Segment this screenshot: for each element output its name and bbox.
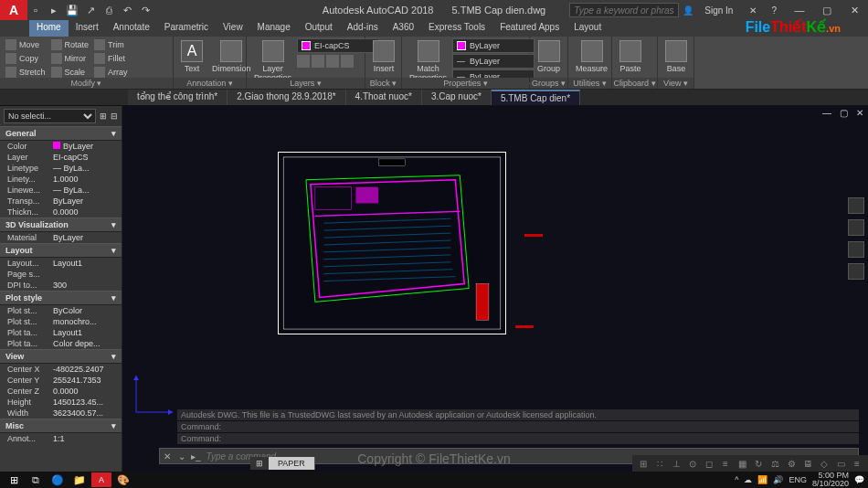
qat-save-icon[interactable]: 💾 xyxy=(66,4,79,16)
layer-ico2[interactable] xyxy=(312,55,324,68)
sb-ws-icon[interactable]: ⚙ xyxy=(784,457,799,470)
mirror-button[interactable]: Mirror xyxy=(49,52,91,65)
sb-custom-icon[interactable]: ≡ xyxy=(850,457,864,470)
panel-view-label[interactable]: View ▾ xyxy=(658,78,693,89)
lineweight-dropdown[interactable]: —ByLayer xyxy=(452,54,535,69)
props-section-general[interactable]: General ▾ xyxy=(0,126,122,141)
selection-dropdown[interactable]: No selecti... xyxy=(4,109,96,123)
navbar-wheel-icon[interactable] xyxy=(848,197,864,214)
panel-block-label[interactable]: Block ▾ xyxy=(365,78,401,89)
menutab-a360[interactable]: A360 xyxy=(386,20,421,37)
prop-row[interactable]: ColorByLayer xyxy=(0,141,122,152)
prop-row[interactable]: Annot...1:1 xyxy=(0,433,122,444)
qat-redo-icon[interactable]: ↷ xyxy=(139,4,152,16)
filetab-1[interactable]: 2.Giao thong 28.9.2018* xyxy=(228,90,345,105)
qat-undo-icon[interactable]: ↶ xyxy=(121,4,133,16)
signin-button[interactable]: Sign In xyxy=(697,5,740,16)
help-search-input[interactable] xyxy=(569,3,679,17)
app-icon[interactable]: 🎨 xyxy=(113,472,133,487)
qat-new-icon[interactable]: ▫ xyxy=(29,4,42,16)
menutab-view[interactable]: View xyxy=(216,20,250,37)
navbar-pan-icon[interactable] xyxy=(848,219,864,236)
qat-open-icon[interactable]: ▸ xyxy=(48,4,60,16)
paper-viewport[interactable] xyxy=(278,152,506,334)
panel-properties-label[interactable]: Properties ▾ xyxy=(402,78,529,89)
prop-row[interactable]: Plot st...monochro... xyxy=(0,316,122,327)
menutab-home[interactable]: Home xyxy=(29,20,69,37)
prop-row[interactable]: Height1450123.45... xyxy=(0,397,122,408)
menutab-featured-apps[interactable]: Featured Apps xyxy=(492,20,566,37)
tray-lang[interactable]: ENG xyxy=(789,475,807,484)
menutab-add-ins[interactable]: Add-ins xyxy=(340,20,386,37)
fillet-button[interactable]: Fillet xyxy=(92,52,130,65)
prop-row[interactable]: Page s... xyxy=(0,269,122,280)
prop-row[interactable]: Layout...Layout1 xyxy=(0,258,122,269)
tray-date[interactable]: 8/10/2020 xyxy=(812,480,849,488)
props-section-view[interactable]: View ▾ xyxy=(0,349,122,364)
menutab-insert[interactable]: Insert xyxy=(69,20,106,37)
group-button[interactable]: Group xyxy=(534,38,564,75)
color-dropdown[interactable]: ByLayer xyxy=(452,38,535,53)
tray-notif-icon[interactable]: 💬 xyxy=(854,475,864,484)
sb-transp-icon[interactable]: ▦ xyxy=(735,457,749,470)
qat-plot-icon[interactable]: ⎙ xyxy=(102,4,115,16)
prop-row[interactable]: Linety...1.0000 xyxy=(0,174,122,185)
layer-ico4[interactable] xyxy=(341,55,354,68)
drawing-canvas[interactable]: — ▢ ✕ xyxy=(122,106,868,472)
explorer-icon[interactable]: 📁 xyxy=(69,472,90,487)
stretch-button[interactable]: Stretch xyxy=(4,66,48,79)
start-button[interactable]: ⊞ xyxy=(4,472,24,487)
autocad-taskbar-icon[interactable]: A xyxy=(91,472,111,487)
base-button[interactable]: Base xyxy=(662,38,691,75)
paste-button[interactable]: Paste xyxy=(616,38,645,75)
prop-row[interactable]: Plot st...ByColor xyxy=(0,305,122,316)
props-section-misc[interactable]: Misc ▾ xyxy=(0,419,122,433)
exchange-icon[interactable]: ✕ xyxy=(744,5,762,16)
menutab-output[interactable]: Output xyxy=(298,20,340,37)
prop-row[interactable]: Thickn...0.0000 xyxy=(0,207,122,217)
menutab-annotate[interactable]: Annotate xyxy=(106,20,157,37)
qat-saveas-icon[interactable]: ↗ xyxy=(84,4,97,16)
maximize-button[interactable]: ▢ xyxy=(813,0,841,20)
sb-osnap-icon[interactable]: ◻ xyxy=(702,457,716,470)
paper-tab[interactable]: PAPER xyxy=(269,457,315,470)
prop-row[interactable]: Linewe...— ByLa... xyxy=(0,185,122,196)
doc-close-icon[interactable]: ✕ xyxy=(853,108,866,119)
navbar-zoom-icon[interactable] xyxy=(848,241,864,258)
sb-lw-icon[interactable]: ≡ xyxy=(718,457,733,470)
menutab-parametric[interactable]: Parametric xyxy=(157,20,216,37)
prop-row[interactable]: Center X-480225.2407 xyxy=(0,364,122,375)
sb-iso-icon[interactable]: ◇ xyxy=(817,457,831,470)
measure-button[interactable]: Measure xyxy=(572,38,611,75)
sb-snap-icon[interactable]: ∷ xyxy=(652,457,667,470)
panel-layers-label[interactable]: Layers ▾ xyxy=(247,78,365,89)
tray-onedrive-icon[interactable]: ☁ xyxy=(744,475,752,484)
insert-button[interactable]: Insert xyxy=(369,38,398,75)
rotate-button[interactable]: Rotate xyxy=(49,38,91,51)
sb-polar-icon[interactable]: ⊙ xyxy=(685,457,700,470)
sb-cycle-icon[interactable]: ↻ xyxy=(751,457,766,470)
prop-row[interactable]: LayerEI-capCS xyxy=(0,152,122,163)
prop-row[interactable]: MaterialByLayer xyxy=(0,232,122,243)
tray-volume-icon[interactable]: 🔊 xyxy=(773,475,783,484)
sb-annoscale-icon[interactable]: ⚖ xyxy=(767,457,782,470)
panel-clipboard-label[interactable]: Clipboard ▾ xyxy=(612,78,657,89)
prop-row[interactable]: Transp...ByLayer xyxy=(0,196,122,207)
sb-ortho-icon[interactable]: ⊥ xyxy=(669,457,683,470)
move-button[interactable]: Move xyxy=(4,38,48,51)
filetab-2[interactable]: 4.Thoat nuoc* xyxy=(346,90,422,105)
prop-row[interactable]: Plot ta...Color depe... xyxy=(0,338,122,349)
pickadd-icon[interactable]: ⊟ xyxy=(111,111,118,121)
panel-modify-label[interactable]: Modify ▾ xyxy=(0,78,173,89)
menutab-express-tools[interactable]: Express Tools xyxy=(421,20,492,37)
layer-ico1[interactable] xyxy=(297,55,310,68)
model-tab-icon[interactable]: ⊞ xyxy=(250,457,269,470)
prop-row[interactable]: Plot ta...Layout1 xyxy=(0,327,122,338)
scale-button[interactable]: Scale xyxy=(49,66,91,79)
sb-monitor-icon[interactable]: 🖥 xyxy=(800,457,815,470)
trim-button[interactable]: Trim xyxy=(92,38,130,51)
tray-up-icon[interactable]: ^ xyxy=(735,475,738,484)
layer-ico3[interactable] xyxy=(326,55,339,68)
doc-min-icon[interactable]: — xyxy=(820,108,833,119)
prop-row[interactable]: Center Y255241.7353 xyxy=(0,375,122,386)
